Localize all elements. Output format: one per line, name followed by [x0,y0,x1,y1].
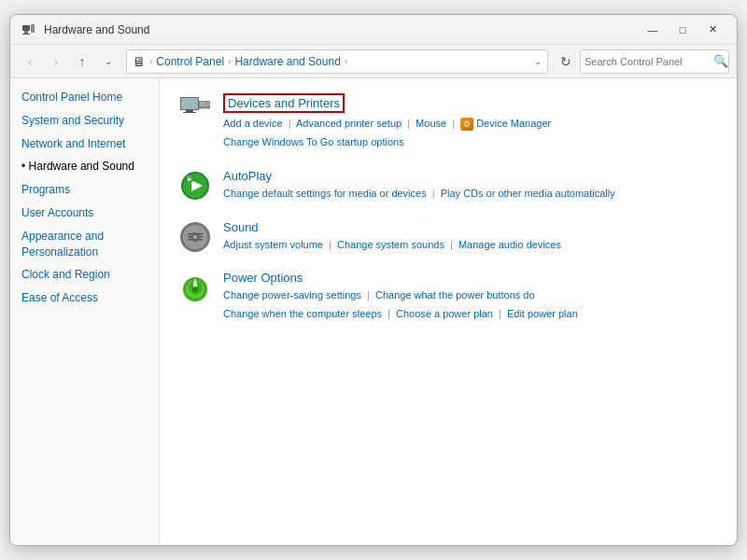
devices-printers-icon [178,93,212,127]
close-button[interactable]: ✕ [699,20,726,40]
play-cds-link[interactable]: Play CDs or other media automatically [441,188,615,199]
change-power-saving-link[interactable]: Change power-saving settings [223,289,361,301]
autoplay-title[interactable]: AutoPlay [223,169,718,183]
svg-point-26 [192,287,198,292]
section-autoplay: ▶ AutoPlay Change default settings for m… [178,169,718,203]
forward-button[interactable]: › [44,49,68,74]
address-bar[interactable]: 🖥 › Control Panel › Hardware and Sound ›… [126,49,548,74]
main-window: Hardware and Sound — □ ✕ ‹ › ↑ ⌄ 🖥 › Con… [9,14,738,546]
sidebar: Control Panel Home System and Security N… [10,78,160,545]
svg-rect-6 [186,110,193,112]
window-controls: — □ ✕ [640,20,726,40]
svg-rect-5 [181,98,198,109]
sidebar-item-ease-of-access[interactable]: Ease of Access [10,287,159,310]
devices-printers-title[interactable]: Devices and Printers [223,93,345,113]
change-default-settings-link[interactable]: Change default settings for media or dev… [223,188,427,199]
svg-rect-1 [24,31,28,34]
breadcrumb-sep-2: › [228,56,231,66]
advanced-printer-link[interactable]: Advanced printer setup [296,118,402,129]
sidebar-item-programs[interactable]: Programs [10,178,159,202]
sound-icon [178,220,212,254]
svg-point-11 [205,103,207,105]
search-icon[interactable]: 🔍 [713,54,728,68]
change-system-sounds-link[interactable]: Change system sounds [337,239,444,250]
sound-body: Sound Adjust system volume | Change syst… [223,220,718,255]
mouse-link[interactable]: Mouse [416,118,446,129]
back-button[interactable]: ‹ [18,49,42,74]
main-content: Control Panel Home System and Security N… [10,78,737,545]
address-dropdown[interactable]: ⌄ [534,56,542,66]
down-chevron-button[interactable]: ⌄ [96,49,120,74]
up-button[interactable]: ↑ [70,49,94,74]
sidebar-item-system-security[interactable]: System and Security [10,109,159,133]
svg-rect-3 [31,24,35,33]
content-area: Devices and Printers Add a device | Adva… [160,78,737,545]
home-icon: 🖥 [133,54,146,69]
svg-rect-2 [22,34,30,35]
sidebar-item-appearance[interactable]: Appearance and Personalization [10,225,159,264]
windows-to-go-link[interactable]: Change Windows To Go startup options [223,136,404,147]
breadcrumb-control-panel[interactable]: Control Panel [156,55,224,68]
power-options-title[interactable]: Power Options [223,271,718,285]
svg-rect-9 [200,102,209,106]
choose-power-plan-link[interactable]: Choose a power plan [396,308,493,319]
sidebar-item-control-panel-home[interactable]: Control Panel Home [10,86,159,109]
computer-sleeps-link[interactable]: Change when the computer sleeps [223,308,382,319]
search-input[interactable] [585,56,713,67]
section-devices-printers: Devices and Printers Add a device | Adva… [178,93,718,152]
power-options-links: Change power-saving settings | Change wh… [223,287,718,324]
breadcrumb-hardware-sound[interactable]: Hardware and Sound [234,55,340,68]
manage-audio-devices-link[interactable]: Manage audio devices [458,239,561,250]
autoplay-body: AutoPlay Change default settings for med… [223,169,718,203]
section-sound: Sound Adjust system volume | Change syst… [178,220,718,255]
sound-title[interactable]: Sound [223,220,718,234]
sidebar-item-clock-region[interactable]: Clock and Region [10,263,159,287]
sidebar-item-network-internet[interactable]: Network and Internet [10,133,159,156]
edit-power-plan-link[interactable]: Edit power plan [507,308,578,319]
power-options-body: Power Options Change power-saving settin… [223,271,718,324]
breadcrumb-trailing: › [345,56,347,66]
breadcrumb-sep-1: › [149,56,152,66]
sidebar-item-user-accounts[interactable]: User Accounts [10,202,159,225]
refresh-button[interactable]: ↻ [554,49,578,74]
sidebar-item-hardware-sound[interactable]: Hardware and Sound [10,155,159,178]
device-manager-link[interactable]: ⚙ Device Manager [460,115,551,133]
autoplay-links: Change default settings for media or dev… [223,185,718,203]
svg-text:▶: ▶ [188,176,192,182]
svg-rect-7 [183,112,196,113]
devices-printers-links: Add a device | Advanced printer setup | … [223,115,718,152]
devices-printers-body: Devices and Printers Add a device | Adva… [223,93,718,152]
add-device-link[interactable]: Add a device [223,118,283,129]
svg-rect-10 [201,108,208,109]
power-options-icon [178,271,212,304]
minimize-button[interactable]: — [640,20,666,40]
search-box: 🔍 [580,49,729,74]
power-buttons-link[interactable]: Change what the power buttons do [375,289,535,301]
section-power-options: Power Options Change power-saving settin… [178,271,718,324]
maximize-button[interactable]: □ [669,20,696,40]
device-manager-icon: ⚙ [460,118,473,131]
adjust-volume-link[interactable]: Adjust system volume [223,239,323,250]
svg-point-23 [193,235,197,239]
title-bar: Hardware and Sound — □ ✕ [10,15,737,45]
window-icon [21,22,36,37]
toolbar: ‹ › ↑ ⌄ 🖥 › Control Panel › Hardware and… [10,45,737,78]
sound-links: Adjust system volume | Change system sou… [223,236,718,255]
autoplay-icon: ▶ [178,169,212,203]
window-title: Hardware and Sound [44,23,640,36]
svg-rect-0 [22,25,30,31]
